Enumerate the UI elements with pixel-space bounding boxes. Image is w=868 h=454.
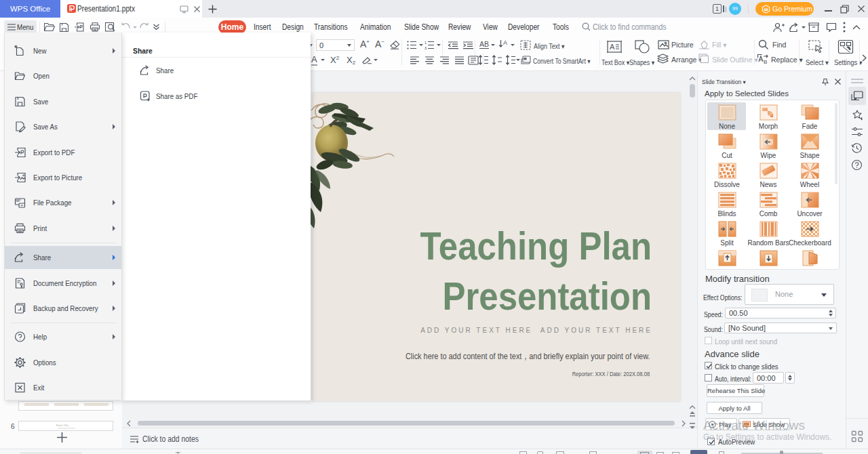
svg-text:1: 1 <box>425 41 427 45</box>
svg-text:B: B <box>764 59 767 64</box>
svg-text:A: A <box>503 39 507 46</box>
svg-text:A: A <box>610 43 615 51</box>
svg-text:3: 3 <box>425 46 427 49</box>
